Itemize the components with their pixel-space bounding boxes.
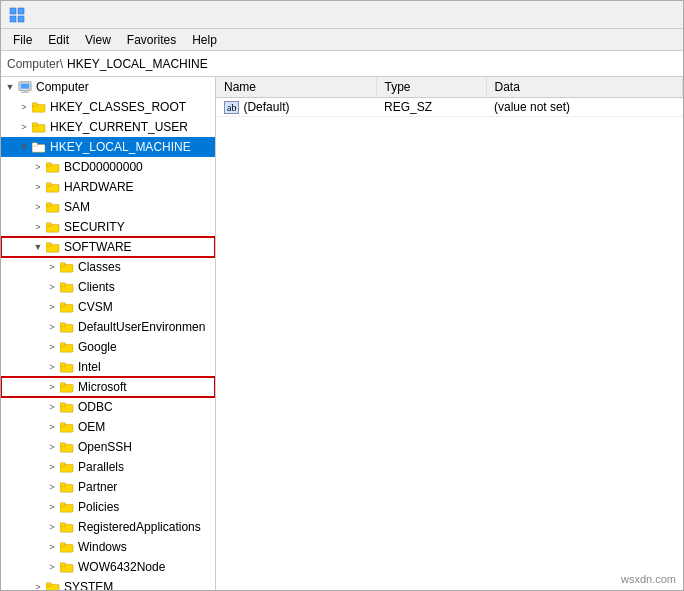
tree-item-openssh[interactable]: > OpenSSH <box>1 437 215 457</box>
folder-icon-openssh <box>59 440 75 454</box>
toggle-openssh[interactable]: > <box>45 442 59 452</box>
tree-label-classes: Classes <box>78 260 121 274</box>
toggle-windows[interactable]: > <box>45 542 59 552</box>
svg-rect-43 <box>60 443 65 446</box>
tree-label-clients: Clients <box>78 280 115 294</box>
tree-item-microsoft[interactable]: > Microsoft <box>1 377 215 397</box>
toggle-parallels[interactable]: > <box>45 462 59 472</box>
tree-item-policies[interactable]: > Policies <box>1 497 215 517</box>
tree-item-hkey_current_user[interactable]: > HKEY_CURRENT_USER <box>1 117 215 137</box>
tree-item-odbc[interactable]: > ODBC <box>1 397 215 417</box>
toggle-intel[interactable]: > <box>45 362 59 372</box>
tree-item-hkey_classes_root[interactable]: > HKEY_CLASSES_ROOT <box>1 97 215 117</box>
svg-rect-33 <box>60 343 65 346</box>
tree-item-clients[interactable]: > Clients <box>1 277 215 297</box>
tree-item-sam[interactable]: > SAM <box>1 197 215 217</box>
tree-item-system[interactable]: > SYSTEM <box>1 577 215 591</box>
details-panel: Name Type Data ab(Default)REG_SZ(value n… <box>216 77 683 591</box>
toggle-security[interactable]: > <box>31 222 45 232</box>
menu-item-view[interactable]: View <box>77 31 119 49</box>
tree-item-bcd00000000[interactable]: > BCD00000000 <box>1 157 215 177</box>
svg-rect-2 <box>10 16 16 22</box>
toggle-hkey_current_user[interactable]: > <box>17 122 31 132</box>
folder-icon-clients <box>59 280 75 294</box>
tree-label-intel: Intel <box>78 360 101 374</box>
menu-item-edit[interactable]: Edit <box>40 31 77 49</box>
toggle-partner[interactable]: > <box>45 482 59 492</box>
tree-label-hardware: HARDWARE <box>64 180 134 194</box>
toggle-bcd00000000[interactable]: > <box>31 162 45 172</box>
folder-icon-bcd00000000 <box>45 160 61 174</box>
folder-icon-intel <box>59 360 75 374</box>
toggle-cvsm[interactable]: > <box>45 302 59 312</box>
toggle-hkey_local_machine[interactable]: ▼ <box>17 142 31 152</box>
toggle-clients[interactable]: > <box>45 282 59 292</box>
toggle-hkey_classes_root[interactable]: > <box>17 102 31 112</box>
toggle-wow6432node[interactable]: > <box>45 562 59 572</box>
tree-item-software[interactable]: ▼ SOFTWARE <box>1 237 215 257</box>
svg-rect-55 <box>60 563 65 566</box>
menu-item-favorites[interactable]: Favorites <box>119 31 184 49</box>
toggle-microsoft[interactable]: > <box>45 382 59 392</box>
toggle-classes[interactable]: > <box>45 262 59 272</box>
tree-label-sam: SAM <box>64 200 90 214</box>
toggle-google[interactable]: > <box>45 342 59 352</box>
svg-rect-23 <box>46 243 51 246</box>
folder-icon-windows <box>59 540 75 554</box>
table-row[interactable]: ab(Default)REG_SZ(value not set) <box>216 98 683 117</box>
tree-item-computer[interactable]: ▼ Computer <box>1 77 215 97</box>
addressbar: Computer\ HKEY_LOCAL_MACHINE <box>1 51 683 77</box>
tree-panel[interactable]: ▼ Computer> HKEY_CLASSES_ROOT> HKEY_CURR… <box>1 77 216 591</box>
svg-rect-53 <box>60 543 65 546</box>
folder-icon-odbc <box>59 400 75 414</box>
folder-icon-hkey_local_machine <box>31 140 47 154</box>
menubar: FileEditViewFavoritesHelp <box>1 29 683 51</box>
folder-icon-registeredapplications <box>59 520 75 534</box>
col-header-type: Type <box>376 77 486 98</box>
tree-item-partner[interactable]: > Partner <box>1 477 215 497</box>
svg-rect-13 <box>32 143 37 146</box>
folder-icon-oem <box>59 420 75 434</box>
tree-item-hardware[interactable]: > HARDWARE <box>1 177 215 197</box>
toggle-oem[interactable]: > <box>45 422 59 432</box>
menu-item-file[interactable]: File <box>5 31 40 49</box>
tree-label-computer: Computer <box>36 80 89 94</box>
toggle-sam[interactable]: > <box>31 202 45 212</box>
svg-rect-41 <box>60 423 65 426</box>
tree-item-defaultuserenvironment[interactable]: > DefaultUserEnvironmen <box>1 317 215 337</box>
tree-item-security[interactable]: > SECURITY <box>1 217 215 237</box>
watermark: wsxdn.com <box>621 573 676 585</box>
tree-item-google[interactable]: > Google <box>1 337 215 357</box>
tree-label-google: Google <box>78 340 117 354</box>
svg-rect-11 <box>32 123 37 126</box>
tree-item-windows[interactable]: > Windows <box>1 537 215 557</box>
tree-item-wow6432node[interactable]: > WOW6432Node <box>1 557 215 577</box>
toggle-policies[interactable]: > <box>45 502 59 512</box>
toggle-defaultuserenvironment[interactable]: > <box>45 322 59 332</box>
value-name: ab(Default) <box>216 98 376 117</box>
svg-rect-1 <box>18 8 24 14</box>
tree-label-openssh: OpenSSH <box>78 440 132 454</box>
toggle-computer[interactable]: ▼ <box>3 82 17 92</box>
computer-icon <box>17 80 33 94</box>
toggle-software[interactable]: ▼ <box>31 242 45 252</box>
folder-icon-sam <box>45 200 61 214</box>
tree-item-hkey_local_machine[interactable]: ▼ HKEY_LOCAL_MACHINE <box>1 137 215 157</box>
tree-label-windows: Windows <box>78 540 127 554</box>
svg-rect-17 <box>46 183 51 186</box>
toggle-registeredapplications[interactable]: > <box>45 522 59 532</box>
tree-item-oem[interactable]: > OEM <box>1 417 215 437</box>
tree-item-parallels[interactable]: > Parallels <box>1 457 215 477</box>
tree-item-cvsm[interactable]: > CVSM <box>1 297 215 317</box>
toggle-system[interactable]: > <box>31 582 45 591</box>
tree-label-security: SECURITY <box>64 220 125 234</box>
toggle-odbc[interactable]: > <box>45 402 59 412</box>
tree-item-registeredapplications[interactable]: > RegisteredApplications <box>1 517 215 537</box>
tree-label-hkey_current_user: HKEY_CURRENT_USER <box>50 120 188 134</box>
menu-item-help[interactable]: Help <box>184 31 225 49</box>
toggle-hardware[interactable]: > <box>31 182 45 192</box>
tree-item-classes[interactable]: > Classes <box>1 257 215 277</box>
svg-rect-37 <box>60 383 65 386</box>
tree-item-intel[interactable]: > Intel <box>1 357 215 377</box>
svg-rect-39 <box>60 403 65 406</box>
